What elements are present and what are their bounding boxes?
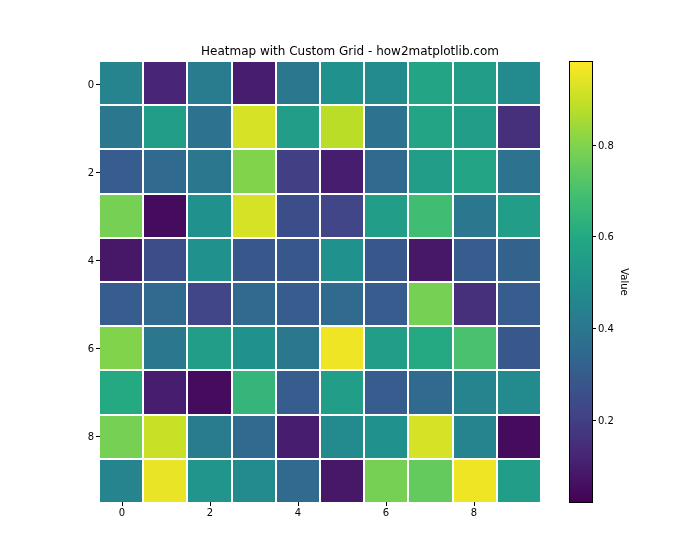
- heatmap-cell: [454, 150, 496, 192]
- heatmap-cell: [365, 106, 407, 148]
- x-tick-label: 4: [295, 507, 301, 518]
- heatmap-cell: [321, 195, 363, 237]
- heatmap-cell: [277, 106, 319, 148]
- heatmap-cell: [498, 62, 540, 104]
- heatmap-cell: [498, 150, 540, 192]
- heatmap-cell: [233, 150, 275, 192]
- heatmap-cell: [233, 106, 275, 148]
- heatmap-cell: [365, 371, 407, 413]
- heatmap-cell: [365, 150, 407, 192]
- heatmap-cell: [365, 460, 407, 502]
- heatmap-cell: [454, 195, 496, 237]
- y-tick-mark: [96, 348, 100, 349]
- heatmap-cell: [454, 106, 496, 148]
- heatmap-cell: [233, 371, 275, 413]
- heatmap-cell: [144, 371, 186, 413]
- y-tick-mark: [96, 436, 100, 437]
- heatmap-cell: [100, 239, 142, 281]
- heatmap-cell: [498, 460, 540, 502]
- heatmap-cell: [321, 416, 363, 458]
- heatmap-cell: [498, 283, 540, 325]
- y-tick-label: 8: [64, 431, 94, 442]
- heatmap-cell: [454, 283, 496, 325]
- colorbar: [570, 62, 592, 502]
- heatmap-cell: [100, 327, 142, 369]
- heatmap-grid: [100, 62, 540, 502]
- heatmap-cell: [321, 239, 363, 281]
- heatmap-cell: [100, 371, 142, 413]
- colorbar-label: Value: [619, 268, 630, 295]
- heatmap-cell: [365, 283, 407, 325]
- x-tick-label: 0: [119, 507, 125, 518]
- heatmap-cell: [100, 106, 142, 148]
- heatmap-cell: [144, 460, 186, 502]
- heatmap-cell: [321, 106, 363, 148]
- heatmap-cell: [277, 239, 319, 281]
- heatmap-cell: [100, 195, 142, 237]
- x-tick-label: 8: [471, 507, 477, 518]
- heatmap-cell: [100, 150, 142, 192]
- heatmap-cell: [233, 239, 275, 281]
- heatmap-cell: [144, 327, 186, 369]
- heatmap-cell: [188, 460, 230, 502]
- heatmap-cell: [365, 239, 407, 281]
- heatmap-cell: [321, 327, 363, 369]
- heatmap-cell: [454, 62, 496, 104]
- heatmap-cell: [188, 106, 230, 148]
- heatmap-cell: [144, 416, 186, 458]
- heatmap-cell: [498, 416, 540, 458]
- heatmap-cell: [498, 195, 540, 237]
- heatmap-cell: [277, 371, 319, 413]
- heatmap-cell: [144, 283, 186, 325]
- heatmap-cell: [233, 327, 275, 369]
- heatmap-cell: [409, 327, 451, 369]
- heatmap-cell: [100, 283, 142, 325]
- heatmap-cell: [454, 416, 496, 458]
- heatmap-cell: [321, 371, 363, 413]
- heatmap-cell: [498, 106, 540, 148]
- heatmap-cell: [409, 150, 451, 192]
- heatmap-cell: [365, 327, 407, 369]
- heatmap-cell: [409, 371, 451, 413]
- heatmap-axes: 02468 02468: [100, 62, 540, 502]
- heatmap-cell: [188, 371, 230, 413]
- x-tick-label: 6: [383, 507, 389, 518]
- heatmap-cell: [233, 416, 275, 458]
- heatmap-cell: [188, 239, 230, 281]
- heatmap-cell: [277, 62, 319, 104]
- heatmap-cell: [233, 283, 275, 325]
- colorbar-tick-label: 0.8: [598, 139, 614, 150]
- heatmap-cell: [409, 416, 451, 458]
- heatmap-cell: [454, 371, 496, 413]
- heatmap-cell: [277, 150, 319, 192]
- heatmap-cell: [498, 327, 540, 369]
- heatmap-cell: [409, 460, 451, 502]
- heatmap-cell: [233, 62, 275, 104]
- x-tick-mark: [298, 502, 299, 506]
- y-tick-mark: [96, 260, 100, 261]
- x-tick-mark: [474, 502, 475, 506]
- heatmap-cell: [409, 195, 451, 237]
- heatmap-cell: [365, 195, 407, 237]
- heatmap-cell: [277, 327, 319, 369]
- heatmap-cell: [321, 150, 363, 192]
- heatmap-cell: [409, 239, 451, 281]
- heatmap-cell: [498, 371, 540, 413]
- heatmap-cell: [144, 62, 186, 104]
- heatmap-cell: [409, 283, 451, 325]
- y-tick-mark: [96, 84, 100, 85]
- heatmap-cell: [409, 62, 451, 104]
- colorbar-tick-label: 0.6: [598, 231, 614, 242]
- heatmap-cell: [277, 195, 319, 237]
- heatmap-cell: [100, 460, 142, 502]
- heatmap-cell: [498, 239, 540, 281]
- heatmap-cell: [144, 239, 186, 281]
- x-tick-mark: [210, 502, 211, 506]
- colorbar-tick-mark: [592, 420, 596, 421]
- colorbar-tick-mark: [592, 328, 596, 329]
- heatmap-cell: [188, 195, 230, 237]
- y-tick-label: 2: [64, 167, 94, 178]
- heatmap-cell: [321, 460, 363, 502]
- x-tick-mark: [122, 502, 123, 506]
- heatmap-cell: [233, 460, 275, 502]
